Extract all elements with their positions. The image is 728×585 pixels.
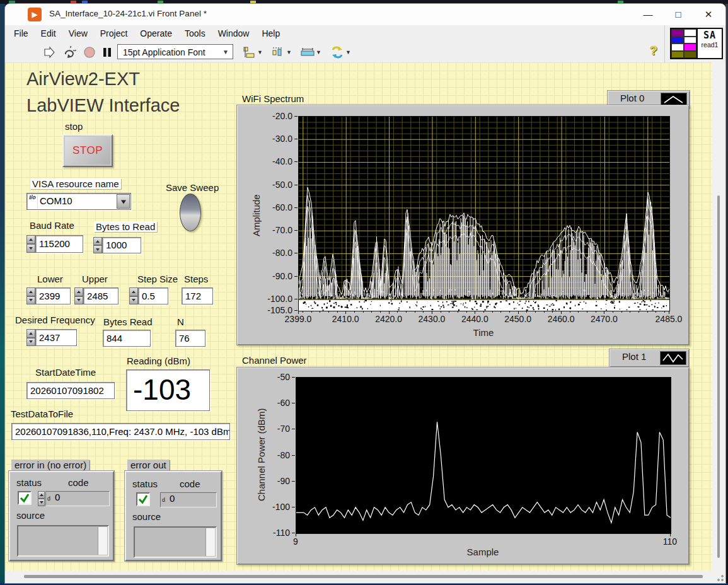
- lower-spinner[interactable]: [26, 287, 35, 304]
- horizontal-scrollbar-thumb[interactable]: [24, 575, 703, 578]
- n-indicator: 76: [175, 330, 205, 347]
- increment-icon[interactable]: [38, 491, 45, 499]
- increment-icon[interactable]: [93, 237, 102, 245]
- visa-resource-combo[interactable]: I/o COM10: [26, 193, 131, 210]
- desktop-icon-fragment: [618, 1, 623, 3]
- resize-objects-dropdown[interactable]: ▼: [300, 45, 321, 60]
- horizontal-scrollbar[interactable]: [5, 571, 712, 583]
- y-axis-tick: -70: [237, 424, 290, 434]
- error-in-code-field[interactable]: d 0: [45, 491, 110, 506]
- context-help-button[interactable]: ?: [650, 43, 657, 58]
- bytes-to-read-spinner[interactable]: [93, 237, 102, 253]
- run-arrow-icon: [43, 46, 55, 59]
- decrement-icon[interactable]: [26, 296, 35, 305]
- title-bar[interactable]: ▶ SA_Interface_10-24-21c1.vi Front Panel…: [5, 4, 725, 26]
- upper-field[interactable]: 2485: [83, 287, 118, 304]
- panel-heading-2: LabVIEW Interface: [26, 95, 180, 116]
- decrement-icon[interactable]: [38, 499, 45, 506]
- bytes-to-read-field[interactable]: 1000: [102, 237, 141, 253]
- vi-icon-area[interactable]: SA read1: [670, 28, 723, 58]
- test-data-to-file-indicator: 20260107091836,110,Freq: 2437.0 MHz, -10…: [11, 423, 230, 440]
- decrement-icon[interactable]: [26, 338, 35, 347]
- pause-button[interactable]: [100, 45, 115, 60]
- baud-rate-field[interactable]: 115200: [35, 235, 83, 253]
- channel-plot-legend[interactable]: Plot 1: [609, 349, 690, 368]
- y-axis-tick: -60: [237, 398, 290, 408]
- y-axis-tick: -40.0: [237, 156, 292, 166]
- maximize-button[interactable]: □: [664, 4, 693, 25]
- increment-icon[interactable]: [129, 287, 138, 296]
- increment-icon[interactable]: [26, 329, 35, 338]
- save-sweep-toggle[interactable]: [180, 194, 201, 231]
- error-out-status-label: status: [132, 478, 158, 489]
- x-axis-tick: 2399.0: [279, 314, 317, 324]
- labview-app-icon: ▶: [28, 8, 42, 21]
- vertical-scrollbar[interactable]: [712, 62, 725, 571]
- steps-indicator: 172: [182, 287, 213, 304]
- y-axis-tick: -80.0: [237, 248, 292, 258]
- plot1-legend-label[interactable]: Plot 1: [622, 351, 646, 362]
- menu-edit[interactable]: Edit: [35, 25, 62, 42]
- plot1-line-sample-icon[interactable]: [660, 351, 686, 365]
- font-selector[interactable]: 15pt Application Font ▼: [117, 44, 233, 59]
- visa-dropdown-button[interactable]: [117, 194, 130, 209]
- decrement-icon[interactable]: [129, 296, 138, 305]
- lower-field[interactable]: 2399: [35, 287, 71, 304]
- reorder-dropdown[interactable]: ▼: [329, 45, 352, 60]
- distribute-objects-dropdown[interactable]: ▼: [271, 45, 292, 60]
- error-out-status-checkbox: [136, 492, 150, 506]
- run-button[interactable]: [42, 45, 57, 60]
- error-in-cluster: status code d 0 source: [9, 471, 114, 561]
- channel-plot-area: [296, 377, 671, 534]
- error-in-status-checkbox[interactable]: [18, 491, 32, 505]
- visa-resource-label: VISA resource name: [30, 178, 121, 189]
- menu-project[interactable]: Project: [94, 25, 134, 42]
- error-in-code-spinner[interactable]: [38, 491, 45, 506]
- wifi-spectrum-title: WiFi Spectrum: [242, 93, 304, 104]
- align-objects-dropdown[interactable]: ▼: [242, 45, 263, 60]
- distribute-objects-icon: [272, 46, 286, 59]
- increment-icon[interactable]: [74, 287, 83, 296]
- plot0-legend-label[interactable]: Plot 0: [620, 93, 644, 103]
- x-axis-tick: 2470.0: [585, 314, 623, 324]
- upper-spinner[interactable]: [74, 287, 83, 304]
- bytes-to-read-label: Bytes to Read: [94, 221, 157, 232]
- desired-frequency-field[interactable]: 2437: [35, 329, 77, 346]
- reading-dbm-label: Reading (dBm): [127, 356, 190, 366]
- minimize-button[interactable]: —: [633, 4, 662, 25]
- x-axis-tick: 2485.0: [650, 314, 688, 324]
- baud-rate-spinner[interactable]: [26, 235, 35, 253]
- menu-window[interactable]: Window: [212, 25, 256, 42]
- desired-frequency-spinner[interactable]: [26, 329, 35, 346]
- desktop-edge-right: [725, 4, 728, 583]
- increment-icon[interactable]: [26, 235, 35, 244]
- menu-help[interactable]: Help: [255, 25, 286, 42]
- y-axis-tick: -20.0: [237, 111, 292, 121]
- x-axis-tick: 2410.0: [326, 314, 364, 324]
- bytes-read-label: Bytes Read: [103, 316, 153, 327]
- decrement-icon[interactable]: [74, 296, 83, 305]
- resize-grip[interactable]: [717, 575, 724, 581]
- checkmark-icon: [19, 492, 30, 504]
- menu-operate[interactable]: Operate: [134, 25, 178, 42]
- run-continuous-button[interactable]: [62, 45, 77, 60]
- close-button[interactable]: ✕: [694, 4, 723, 25]
- menu-tools[interactable]: Tools: [178, 25, 212, 42]
- error-out-source-label: source: [132, 511, 161, 522]
- step-size-field[interactable]: 0.5: [138, 287, 168, 304]
- y-axis-tick: -80: [237, 450, 290, 460]
- toolbar: 15pt Application Font ▼ ▼ ▼ ▼ ▼ ?: [5, 42, 725, 63]
- vertical-scrollbar-thumb[interactable]: [717, 195, 720, 558]
- menu-file[interactable]: File: [8, 25, 35, 42]
- menu-view[interactable]: View: [62, 25, 94, 42]
- stop-button[interactable]: STOP: [62, 134, 113, 167]
- step-size-spinner[interactable]: [129, 287, 138, 304]
- increment-icon[interactable]: [26, 287, 35, 296]
- scrollbar[interactable]: [98, 527, 107, 555]
- visa-resource-value[interactable]: COM10: [40, 195, 72, 206]
- pause-icon: [102, 47, 112, 58]
- reading-dbm-indicator: -103: [126, 369, 210, 411]
- error-in-source-box[interactable]: [17, 525, 109, 557]
- decrement-icon[interactable]: [26, 244, 35, 253]
- decrement-icon[interactable]: [93, 245, 102, 253]
